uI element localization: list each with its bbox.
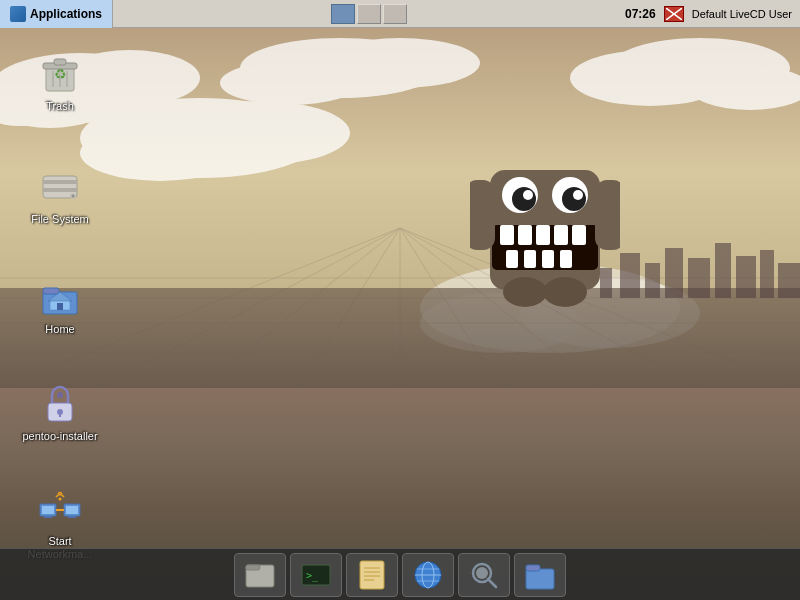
svg-rect-58 xyxy=(595,180,620,250)
svg-point-7 xyxy=(320,38,480,88)
top-panel: Applications 07:26 Default LiveCD User xyxy=(0,0,800,28)
svg-point-5 xyxy=(240,38,440,98)
home-icon-image xyxy=(36,272,84,320)
svg-rect-73 xyxy=(43,188,77,192)
svg-rect-57 xyxy=(470,180,495,250)
svg-point-92 xyxy=(59,498,62,501)
svg-point-16 xyxy=(520,278,700,348)
svg-rect-97 xyxy=(360,561,384,589)
filesystem-icon-desktop[interactable]: File System xyxy=(15,158,105,230)
svg-point-60 xyxy=(543,277,587,307)
svg-rect-53 xyxy=(506,250,518,268)
svg-rect-52 xyxy=(572,225,586,245)
home-icon-desktop[interactable]: Home xyxy=(15,268,105,340)
svg-point-43 xyxy=(512,187,536,211)
applications-menu[interactable]: Applications xyxy=(0,0,113,28)
svg-point-59 xyxy=(503,277,547,307)
window-button-2[interactable] xyxy=(357,4,381,24)
taskbar-terminal-button[interactable]: >_ xyxy=(290,553,342,597)
svg-rect-50 xyxy=(536,225,550,245)
svg-point-14 xyxy=(420,263,680,353)
domo-character xyxy=(470,130,620,330)
svg-rect-24 xyxy=(736,256,756,298)
pentoo-label: pentoo-installer xyxy=(22,430,97,443)
svg-point-84 xyxy=(57,392,63,398)
svg-line-33 xyxy=(400,228,600,388)
svg-line-32 xyxy=(400,228,500,388)
home-label: Home xyxy=(45,323,74,336)
pentoo-icon-image xyxy=(36,379,84,427)
panel-right: 07:26 Default LiveCD User xyxy=(625,6,800,22)
svg-rect-19 xyxy=(620,253,640,298)
svg-rect-83 xyxy=(59,412,61,417)
network-icon-image xyxy=(36,484,84,532)
svg-rect-80 xyxy=(57,303,63,310)
svg-rect-87 xyxy=(44,516,52,518)
panel-center xyxy=(331,4,407,24)
taskbar-files-button[interactable] xyxy=(234,553,286,597)
svg-rect-0 xyxy=(0,28,800,388)
svg-point-42 xyxy=(552,177,588,213)
trash-label: Trash xyxy=(46,100,74,113)
window-button-1[interactable] xyxy=(331,4,355,24)
pentoo-installer-icon-desktop[interactable]: pentoo-installer xyxy=(15,375,105,447)
svg-point-15 xyxy=(420,293,580,353)
svg-rect-20 xyxy=(645,263,660,298)
taskbar-search-button[interactable] xyxy=(458,553,510,597)
taskbar-editor-button[interactable] xyxy=(346,553,398,597)
panel-left: Applications xyxy=(0,0,113,28)
user-icon xyxy=(664,6,684,22)
svg-rect-89 xyxy=(66,506,78,514)
svg-line-28 xyxy=(100,228,400,388)
svg-rect-86 xyxy=(42,506,54,514)
svg-point-44 xyxy=(562,187,586,211)
svg-rect-23 xyxy=(715,243,731,298)
svg-rect-72 xyxy=(43,180,77,184)
trash-icon-image: ♻ xyxy=(36,49,84,97)
svg-rect-111 xyxy=(526,565,540,571)
svg-rect-110 xyxy=(526,569,554,589)
svg-point-13 xyxy=(170,101,350,165)
svg-rect-56 xyxy=(560,250,572,268)
svg-point-41 xyxy=(502,177,538,213)
svg-rect-22 xyxy=(688,258,710,298)
svg-rect-21 xyxy=(665,248,683,298)
taskbar-browser-button[interactable] xyxy=(402,553,454,597)
svg-rect-77 xyxy=(43,288,59,294)
svg-rect-26 xyxy=(778,263,800,298)
svg-point-46 xyxy=(573,190,583,200)
svg-line-34 xyxy=(400,228,700,388)
filesystem-label: File System xyxy=(31,213,88,226)
svg-rect-51 xyxy=(554,225,568,245)
bottom-taskbar: >_ xyxy=(0,548,800,600)
clock-display: 07:26 xyxy=(625,7,656,21)
svg-rect-17 xyxy=(0,288,800,388)
svg-point-8 xyxy=(570,50,730,106)
applications-label: Applications xyxy=(30,7,102,21)
svg-line-35 xyxy=(400,228,800,388)
svg-rect-90 xyxy=(68,516,76,518)
svg-line-29 xyxy=(200,228,400,388)
taskbar-folder-button[interactable] xyxy=(514,553,566,597)
svg-rect-49 xyxy=(518,225,532,245)
svg-point-45 xyxy=(523,190,533,200)
sky-background xyxy=(0,28,800,388)
svg-rect-47 xyxy=(492,225,598,270)
svg-point-9 xyxy=(610,38,790,98)
svg-rect-48 xyxy=(500,225,514,245)
svg-rect-55 xyxy=(542,250,554,268)
svg-point-11 xyxy=(80,98,320,178)
svg-rect-25 xyxy=(760,250,774,298)
svg-line-30 xyxy=(300,228,400,388)
filesystem-icon-image xyxy=(36,162,84,210)
svg-rect-66 xyxy=(54,59,66,65)
desktop: Applications 07:26 Default LiveCD User xyxy=(0,0,800,600)
svg-text:>_: >_ xyxy=(306,570,319,582)
trash-icon-desktop[interactable]: ♻ Trash xyxy=(15,45,105,117)
svg-rect-54 xyxy=(524,250,536,268)
svg-rect-40 xyxy=(490,170,600,290)
menu-icon xyxy=(10,6,26,22)
window-button-3[interactable] xyxy=(383,4,407,24)
svg-point-75 xyxy=(72,195,75,198)
svg-point-6 xyxy=(220,61,360,105)
